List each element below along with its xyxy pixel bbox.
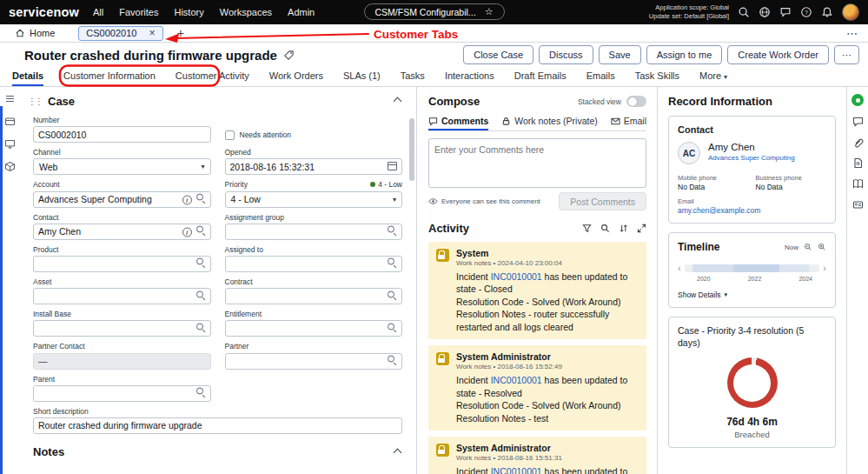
tab-overflow-icon[interactable]: ⋯ [843, 27, 861, 40]
lookup-icon[interactable] [196, 226, 206, 237]
nav-all[interactable]: All [93, 7, 103, 17]
lookup-icon[interactable] [388, 356, 397, 367]
zoom-in-icon[interactable] [818, 243, 826, 251]
lookup-icon[interactable] [196, 388, 206, 399]
case-record-tab[interactable]: CS0002010 × [78, 26, 162, 41]
lookup-icon[interactable] [196, 290, 206, 302]
channel-select[interactable]: Web ▾ [33, 158, 211, 175]
notifications-bell-icon[interactable] [821, 6, 833, 18]
new-tab-icon[interactable]: + [174, 26, 188, 40]
home-tab[interactable]: Home [7, 24, 63, 42]
lookup-icon[interactable] [196, 258, 206, 270]
lookup-icon[interactable] [388, 290, 397, 302]
agent-presence-icon[interactable] [851, 94, 864, 106]
tab-work-orders[interactable]: Work Orders [269, 70, 323, 86]
assigned-to-input[interactable] [225, 256, 403, 272]
attachment-paperclip-icon[interactable] [852, 137, 864, 148]
product-input[interactable] [33, 256, 211, 272]
create-work-order-button[interactable]: Create Work Order [727, 45, 829, 64]
search-icon[interactable] [738, 6, 750, 18]
install-base-input[interactable] [33, 320, 211, 337]
assignment-group-input[interactable] [225, 224, 403, 240]
preview-record-icon[interactable]: i [182, 226, 192, 237]
assign-to-me-button[interactable]: Assign to me [646, 45, 723, 64]
email-link[interactable]: amy.chen@example.com [678, 206, 826, 215]
more-actions-button[interactable]: ⋯ [834, 45, 859, 64]
document-icon[interactable] [852, 157, 864, 169]
incident-link[interactable]: INC0010001 [491, 271, 542, 282]
lookup-icon[interactable] [388, 323, 397, 334]
help-icon[interactable]: ? [800, 6, 812, 18]
tab-work-notes[interactable]: Work notes (Private) [501, 116, 598, 130]
close-case-button[interactable]: Close Case [463, 45, 533, 64]
tab-customer-activity[interactable]: Customer Activity [176, 70, 249, 86]
menu-icon[interactable] [4, 93, 16, 104]
discuss-button[interactable]: Discuss [539, 45, 593, 64]
tab-email[interactable]: Email [611, 116, 646, 130]
expand-icon[interactable] [637, 224, 646, 233]
lookup-icon[interactable] [196, 194, 206, 205]
globe-icon[interactable] [759, 6, 771, 18]
tab-interactions[interactable]: Interactions [445, 70, 494, 86]
number-input[interactable] [33, 126, 211, 143]
incident-link[interactable]: INC0010001 [491, 375, 542, 385]
nav-workspaces[interactable]: Workspaces [220, 7, 272, 17]
contact-card-icon[interactable] [852, 199, 864, 210]
tab-more[interactable]: More▾ [699, 70, 727, 86]
chat-icon[interactable] [779, 6, 792, 18]
tab-details[interactable]: Details [12, 70, 43, 86]
timeline-scroll-left-icon[interactable]: ‹ [678, 264, 681, 273]
preview-record-icon[interactable]: i [182, 194, 192, 205]
servicenow-logo[interactable]: servicenow [9, 5, 79, 19]
sort-icon[interactable] [619, 224, 628, 233]
asset-input[interactable] [33, 288, 211, 304]
drag-handle-icon[interactable]: ⋮⋮ [28, 97, 42, 106]
tags-icon[interactable] [283, 50, 295, 61]
lookup-icon[interactable] [388, 258, 397, 270]
short-description-input[interactable] [33, 417, 402, 434]
partner-input[interactable] [225, 353, 403, 370]
comment-icon[interactable] [852, 116, 864, 127]
collapse-notes-section-button[interactable] [393, 445, 402, 459]
lookup-icon[interactable] [388, 226, 397, 237]
app-picker[interactable]: CSM/FSM Configurabil... ☆ [364, 3, 505, 20]
calendar-icon[interactable] [388, 162, 397, 172]
contact-company-link[interactable]: Advances Super Computing [708, 154, 795, 162]
parent-input[interactable] [33, 385, 211, 402]
tab-task-skills[interactable]: Task Skills [635, 70, 679, 86]
tab-customer-information[interactable]: Customer Information [63, 70, 156, 86]
needs-attention-checkbox[interactable] [225, 130, 235, 140]
entitlement-input[interactable] [225, 320, 403, 337]
show-details-button[interactable]: Show Details ▾ [678, 290, 826, 299]
tab-emails[interactable]: Emails [586, 70, 615, 86]
nav-favorites[interactable]: Favorites [119, 7, 158, 17]
nav-history[interactable]: History [174, 7, 203, 17]
timeline-scroll-right-icon[interactable]: › [823, 264, 826, 273]
lookup-icon[interactable] [196, 323, 206, 334]
post-comments-button[interactable]: Post Comments [559, 192, 646, 210]
package-icon[interactable] [4, 161, 16, 172]
priority-select[interactable]: 4 - Low ▾ [225, 191, 403, 208]
knowledge-book-icon[interactable] [852, 178, 864, 190]
case-panel-scrollbar[interactable] [409, 118, 414, 181]
save-button[interactable]: Save [599, 45, 641, 64]
favorite-star-icon[interactable]: ☆ [485, 6, 494, 17]
close-tab-icon[interactable]: × [149, 28, 155, 39]
search-icon[interactable] [600, 224, 610, 233]
tab-tasks[interactable]: Tasks [401, 70, 425, 86]
display-icon[interactable] [4, 138, 16, 150]
user-avatar[interactable] [842, 3, 859, 21]
collapse-case-section-button[interactable] [393, 94, 402, 108]
filter-icon[interactable] [582, 224, 592, 233]
tab-draft-emails[interactable]: Draft Emails [514, 70, 567, 86]
card-icon[interactable] [4, 116, 16, 127]
contract-input[interactable] [225, 288, 403, 304]
zoom-out-icon[interactable] [804, 243, 812, 251]
tab-slas[interactable]: SLAs (1) [343, 70, 381, 86]
comment-textarea[interactable] [428, 138, 646, 188]
stacked-view-toggle[interactable] [626, 96, 646, 107]
opened-input[interactable] [225, 158, 403, 175]
tab-comments[interactable]: Comments [428, 116, 488, 130]
timeline-bar[interactable] [685, 264, 820, 272]
nav-admin[interactable]: Admin [288, 7, 315, 17]
